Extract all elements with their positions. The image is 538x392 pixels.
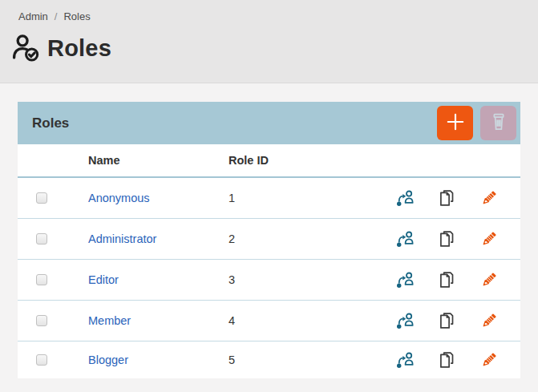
- delete-roles-button[interactable]: [480, 106, 516, 140]
- table-row: Anonymous 1: [18, 178, 520, 219]
- breadcrumb-admin-link[interactable]: Admin: [18, 10, 48, 22]
- panel-header: Roles: [18, 102, 520, 144]
- breadcrumb: Admin / Roles: [0, 10, 538, 22]
- table-row: Member 4: [18, 301, 520, 341]
- row-checkbox[interactable]: [36, 315, 47, 326]
- user-check-icon: [11, 34, 40, 63]
- role-name-link[interactable]: Blogger: [88, 354, 128, 366]
- assign-users-icon[interactable]: [395, 311, 415, 330]
- breadcrumb-separator: /: [55, 10, 58, 22]
- table-header-row: Name Role ID: [18, 144, 520, 178]
- assign-users-icon[interactable]: [395, 229, 415, 249]
- roles-panel: Roles Name Role ID Anonymous 1: [18, 102, 520, 378]
- role-id-value: 1: [229, 192, 395, 204]
- table-row: Blogger 5: [18, 341, 520, 378]
- row-checkbox[interactable]: [36, 274, 47, 285]
- copy-icon[interactable]: [437, 188, 456, 208]
- edit-pencil-icon[interactable]: [479, 311, 498, 330]
- edit-pencil-icon[interactable]: [479, 229, 498, 249]
- top-bar: Admin / Roles Roles: [0, 0, 538, 83]
- assign-users-icon[interactable]: [395, 350, 415, 370]
- copy-icon[interactable]: [437, 311, 456, 330]
- table-row: Editor 3: [18, 260, 520, 301]
- role-name-link[interactable]: Editor: [88, 273, 119, 286]
- role-id-value: 5: [229, 354, 395, 366]
- plus-icon: [445, 111, 466, 135]
- assign-users-icon[interactable]: [395, 270, 415, 289]
- role-id-value: 4: [229, 314, 395, 327]
- panel-title: Roles: [32, 115, 437, 131]
- edit-pencil-icon[interactable]: [479, 350, 498, 370]
- copy-icon[interactable]: [437, 229, 456, 249]
- role-name-link[interactable]: Anonymous: [88, 192, 150, 204]
- row-checkbox[interactable]: [36, 354, 47, 366]
- edit-pencil-icon[interactable]: [479, 270, 498, 289]
- column-header-name: Name: [88, 154, 229, 167]
- page-title: Roles: [47, 35, 111, 62]
- row-checkbox[interactable]: [36, 192, 47, 204]
- page-header: Roles: [11, 34, 538, 63]
- copy-icon[interactable]: [437, 270, 456, 289]
- edit-pencil-icon[interactable]: [479, 188, 498, 208]
- assign-users-icon[interactable]: [395, 188, 415, 208]
- content-area: Roles Name Role ID Anonymous 1: [0, 83, 538, 378]
- role-id-value: 2: [229, 232, 395, 245]
- role-name-link[interactable]: Member: [88, 314, 131, 327]
- column-header-role-id: Role ID: [229, 154, 520, 167]
- add-role-button[interactable]: [437, 106, 473, 140]
- copy-icon[interactable]: [437, 350, 456, 370]
- role-name-link[interactable]: Administrator: [88, 232, 156, 245]
- table-row: Administrator 2: [18, 219, 520, 260]
- row-checkbox[interactable]: [36, 233, 47, 244]
- trash-icon: [488, 111, 509, 135]
- breadcrumb-current: Roles: [63, 10, 90, 22]
- role-id-value: 3: [229, 273, 395, 286]
